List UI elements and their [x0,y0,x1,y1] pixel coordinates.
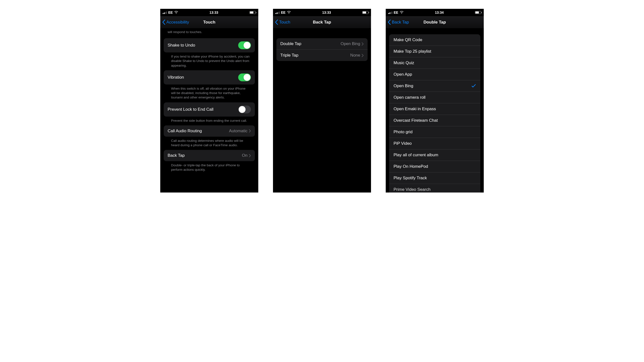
screen-back-tap: EE 13:33 Touch Back Tap Double Tap Open … [273,9,371,193]
shortcut-label: Play all of current album [394,153,438,157]
back-label: Touch [279,20,290,25]
chevron-right-icon [249,129,251,132]
double-tap-row[interactable]: Double Tap Open Bing [276,38,368,49]
back-button[interactable]: Accessibility [162,16,189,28]
content: Make QR CodeMake Top 25 playlistMusic Qu… [386,28,484,193]
back-tap-label: Back Tap [168,153,185,158]
call-audio-label: Call Audio Routing [168,129,202,133]
carrier-label: EE [394,10,398,14]
triple-tap-value: None [350,53,360,58]
shortcut-item[interactable]: Prime Video Search [389,184,480,193]
shortcut-item[interactable]: Make Top 25 playlist [389,45,480,57]
shortcut-label: Play Spotify Track [394,176,427,181]
shortcut-item[interactable]: Play Spotify Track [389,172,480,184]
double-tap-value: Open Bing [340,41,360,46]
back-tap-footer: Double- or triple-tap the back of your i… [164,161,255,172]
shortcut-item[interactable]: Play all of current album [389,149,480,161]
shortcut-label: Photo grid [394,130,413,134]
carrier-label: EE [281,10,286,14]
clock-label: 13:33 [322,10,331,14]
page-title: Back Tap [313,20,331,25]
shake-toggle[interactable] [238,41,251,49]
checkmark-icon [472,84,476,88]
prevent-lock-label: Prevent Lock to End Call [168,107,214,112]
shortcut-list[interactable]: Make QR CodeMake Top 25 playlistMusic Qu… [389,34,480,193]
vibration-label: Vibration [168,75,184,80]
battery-icon [475,11,481,14]
wifi-icon [400,11,404,14]
truncated-footer-above: will respond to touches. [160,28,258,36]
shortcut-item[interactable]: Open camera roll [389,92,480,103]
back-label: Back Tap [392,20,409,25]
page-title: Touch [203,20,216,25]
shortcut-item[interactable]: PiP Video [389,138,480,149]
shortcut-label: Overcast Fireteam Chat [394,118,438,123]
wifi-icon [174,11,178,14]
shortcut-item[interactable]: Open Bing [389,80,480,92]
back-tap-row[interactable]: Back Tap On [164,150,255,161]
status-bar: EE 13:33 [273,9,371,16]
vibration-row[interactable]: Vibration [164,70,255,84]
prevent-lock-row[interactable]: Prevent Lock to End Call [164,102,255,117]
content: Double Tap Open Bing Triple Tap None [273,28,371,193]
chevron-right-icon [362,54,364,57]
shake-footer: If you tend to shake your iPhone by acci… [164,52,255,68]
status-bar: EE 13:34 [386,9,484,16]
shortcut-label: Open Emaki in Enpass [394,106,436,111]
wifi-icon [287,11,291,14]
triple-tap-label: Triple Tap [280,53,298,58]
chevron-right-icon [249,154,251,157]
battery-icon [362,11,368,14]
shortcut-label: Open Bing [394,83,413,88]
nav-bar: Back Tap Double Tap [386,16,484,28]
signal-icon [388,11,392,14]
prevent-lock-toggle[interactable] [238,106,251,113]
shortcut-item[interactable]: Music Quiz [389,57,480,69]
signal-icon [163,11,167,14]
shortcut-item[interactable]: Open App [389,69,480,80]
status-bar: EE 13:33 [160,9,258,16]
vibration-footer: When this switch is off, all vibration o… [164,84,255,100]
back-button[interactable]: Touch [275,16,290,28]
shortcut-label: Open camera roll [394,95,426,100]
shake-label: Shake to Undo [168,43,195,48]
chevron-left-icon [162,19,166,25]
nav-bar: Touch Back Tap [273,16,371,28]
shortcut-item[interactable]: Make QR Code [389,34,480,45]
nav-bar: Accessibility Touch [160,16,258,28]
double-tap-label: Double Tap [280,41,302,46]
shortcut-label: Music Quiz [394,60,414,65]
vibration-toggle[interactable] [238,73,251,81]
back-label: Accessibility [166,20,189,25]
clock-label: 13:33 [210,10,218,14]
shortcut-label: PiP Video [394,141,412,146]
content: will respond to touches. Shake to Undo I… [160,28,258,193]
call-audio-routing-row[interactable]: Call Audio Routing Automatic [164,125,255,137]
shake-to-undo-row[interactable]: Shake to Undo [164,38,255,52]
back-button[interactable]: Back Tap [388,16,409,28]
call-audio-footer: Call audio routing determines where audi… [164,137,255,147]
shortcut-label: Prime Video Search [394,187,430,192]
screen-touch: EE 13:33 Accessibility Touch will respon… [160,9,258,193]
call-audio-value: Automatic [229,129,248,133]
back-tap-value: On [242,153,248,158]
shortcut-label: Play On HomePod [394,164,428,169]
shortcut-item[interactable]: Overcast Fireteam Chat [389,115,480,126]
shortcut-label: Open App [394,72,412,77]
signal-icon [276,11,280,14]
prevent-lock-footer: Prevent the side button from ending the … [164,117,255,123]
shortcut-item[interactable]: Play On HomePod [389,161,480,172]
clock-label: 13:34 [435,10,444,14]
page-title: Double Tap [424,20,446,25]
chevron-right-icon [362,42,364,45]
shortcut-item[interactable]: Photo grid [389,126,480,138]
shortcut-label: Make QR Code [394,37,422,42]
carrier-label: EE [168,10,173,14]
screen-double-tap: EE 13:34 Back Tap Double Tap Make QR Cod… [386,9,484,193]
chevron-left-icon [275,19,278,25]
shortcut-label: Make Top 25 playlist [394,49,431,54]
battery-icon [250,11,256,14]
chevron-left-icon [388,19,391,25]
triple-tap-row[interactable]: Triple Tap None [276,49,368,61]
shortcut-item[interactable]: Open Emaki in Enpass [389,103,480,115]
